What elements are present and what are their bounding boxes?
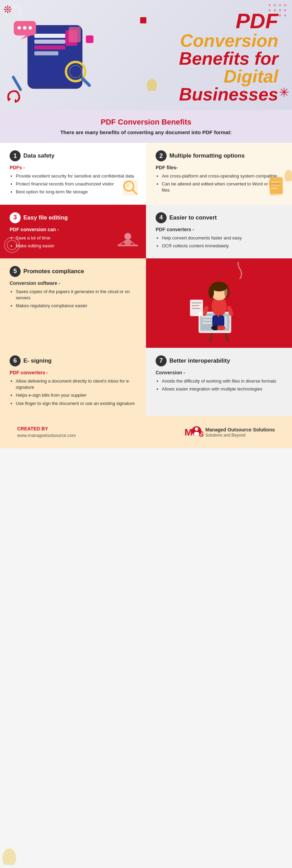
section-1-number: 1 [10, 150, 21, 161]
row-6-7: 6 E- signing PDF converters - Allow deli… [0, 348, 292, 416]
svg-rect-23 [69, 27, 81, 42]
section-6-list: Allow delivering a document directly to … [10, 378, 136, 407]
list-item: Saves copies of the papers it generates … [16, 289, 136, 301]
section-3-heading: 3 Easy file editing [10, 212, 136, 223]
title-conversion: Conversion [124, 32, 278, 50]
title-benefits-for: Benefits for [124, 50, 278, 67]
svg-point-27 [23, 26, 26, 30]
section-5-number: 5 [10, 266, 21, 277]
person-desk-icon [116, 230, 140, 252]
section-2-number: 2 [156, 150, 167, 161]
deco-circle-right [283, 168, 292, 183]
document-icon [267, 176, 286, 199]
svg-point-43 [284, 170, 292, 181]
section-4-title: Easier to convert [169, 214, 217, 221]
section-3-number: 3 [10, 212, 21, 223]
list-item: OCR collects content immediately [162, 243, 282, 249]
title-businesses: Businesses [124, 85, 278, 103]
section-1-list: Provide excellent security for sensitive… [10, 173, 136, 195]
section-5-illustration [146, 258, 292, 348]
svg-line-48 [131, 242, 135, 245]
svg-point-3 [284, 4, 286, 6]
header-title-block: PDF Conversion Benefits for Digital Busi… [124, 10, 285, 103]
section-5-cell: 5 Promotes compliance Conversion softwar… [0, 258, 146, 348]
svg-point-50 [7, 240, 17, 250]
footer-right: M S Managed Outsource Solutions Solution… [184, 424, 275, 441]
list-item: Use finger to sign the document or use a… [16, 400, 136, 407]
svg-rect-32 [11, 75, 22, 92]
intro-subtitle: There are many benefits of converting an… [14, 129, 278, 135]
search-icon [121, 178, 140, 199]
section-1-title: Data safety [23, 152, 55, 159]
svg-rect-73 [192, 302, 201, 303]
section-5-list: Saves copies of the papers it generates … [10, 289, 136, 309]
list-item: Makes regulatory compliance easier [16, 303, 136, 309]
svg-rect-75 [192, 308, 200, 309]
svg-rect-20 [34, 45, 65, 50]
list-item: Helps e-sign bills from your supplier [16, 392, 136, 398]
svg-point-37 [126, 183, 130, 187]
section-4-cell: 4 Easier to convert PDF converters - Hel… [146, 205, 292, 258]
section-1-cell: 1 Data safety PDFs - Provide excellent s… [0, 143, 146, 205]
svg-point-26 [18, 26, 21, 30]
svg-point-45 [124, 233, 131, 240]
deco-circles-red [3, 236, 21, 255]
list-item: Can be altered and edited when converted… [162, 181, 282, 193]
company-info: Managed Outsource Solutions Solutions an… [205, 427, 275, 438]
section-4-heading: 4 Easier to convert [156, 212, 282, 223]
row-1-2: 1 Data safety PDFs - Provide excellent s… [0, 143, 292, 205]
section-6-heading: 6 E- signing [10, 355, 136, 366]
list-item: Protect financial records from unauthori… [16, 181, 136, 187]
company-tagline: Solutions and Beyond [205, 433, 275, 438]
title-digital: Digital [124, 67, 278, 85]
footer-website: www.managedoutsource.com [17, 433, 76, 438]
section-7-cell: 7 Better interoperability Conversion - A… [146, 348, 292, 416]
section-7-list: Avoids the difficulty of working with fi… [156, 378, 282, 392]
svg-point-28 [29, 26, 32, 30]
created-by-label: CREATED BY [17, 426, 76, 431]
section-1-heading: 1 Data safety [10, 150, 136, 161]
svg-rect-21 [34, 51, 58, 55]
list-item: Allow delivering a document directly to … [16, 378, 136, 390]
section-6-cell: 6 E- signing PDF converters - Allow deli… [0, 348, 146, 416]
section-2-title: Multiple formatting options [169, 152, 245, 159]
svg-line-30 [82, 78, 89, 85]
svg-point-65 [224, 286, 230, 298]
section-2-cell: 2 Multiple formatting options PDF files-… [146, 143, 292, 205]
list-item: Avoids the difficulty of working with fi… [162, 378, 282, 384]
row-5: 5 Promotes compliance Conversion softwar… [0, 258, 292, 348]
svg-point-79 [194, 432, 199, 436]
intro-title: PDF Conversion Benefits [14, 118, 278, 127]
section-2-subheading: PDF files- [156, 165, 282, 170]
section-2-list: Are cross-platform and cross-operating s… [156, 173, 282, 194]
header-illustration [7, 18, 124, 95]
section-1-subheading: PDFs - [10, 165, 136, 170]
company-name: Managed Outsource Solutions [205, 427, 275, 433]
svg-point-69 [217, 325, 225, 330]
section-7-subheading: Conversion - [156, 370, 282, 375]
svg-rect-46 [124, 240, 131, 245]
svg-rect-42 [269, 178, 283, 195]
section-5-heading: 5 Promotes compliance [10, 266, 136, 277]
list-item: Help convert documents faster and easy [162, 235, 282, 241]
svg-rect-67 [218, 315, 224, 327]
svg-text:M: M [184, 427, 192, 438]
section-4-number: 4 [156, 212, 167, 223]
section-4-list: Help convert documents faster and easy O… [156, 235, 282, 249]
intro-section: PDF Conversion Benefits There are many b… [0, 110, 292, 143]
title-pdf: PDF [124, 10, 278, 32]
svg-point-78 [195, 427, 198, 431]
svg-point-64 [209, 286, 214, 298]
svg-rect-33 [86, 35, 93, 43]
list-item: Best option for long-term file storage [16, 189, 136, 195]
section-4-subheading: PDF converters - [156, 227, 282, 232]
svg-rect-19 [34, 40, 65, 44]
section-6-number: 6 [10, 355, 21, 366]
section-6-title: E- signing [23, 357, 52, 364]
mos-logo: M S Managed Outsource Solutions Solution… [184, 424, 275, 441]
section-3-title: Easy file editing [23, 214, 68, 221]
svg-point-2 [279, 4, 281, 6]
header-content: PDF Conversion Benefits for Digital Busi… [7, 10, 285, 103]
section-3-cell: 3 Easy file editing PDF conversion can -… [0, 205, 146, 258]
section-5-title: Promotes compliance [23, 268, 84, 275]
